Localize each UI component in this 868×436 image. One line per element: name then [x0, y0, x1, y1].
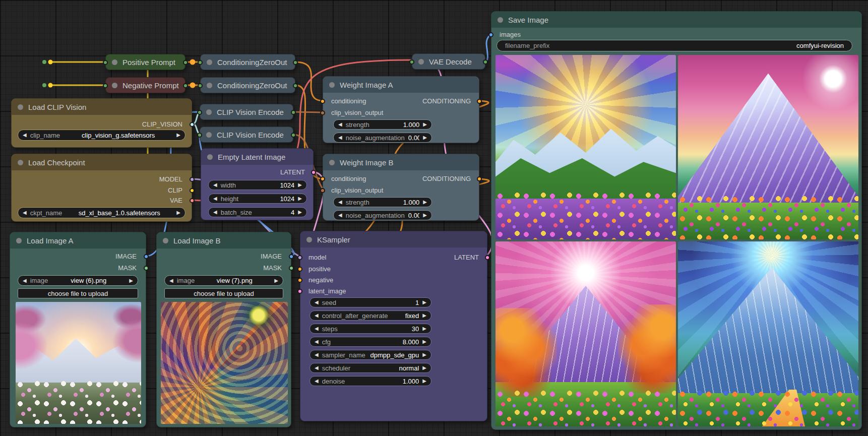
collapse-indicator-icon[interactable] — [207, 83, 212, 88]
decrement-arrow-icon[interactable]: ◀ — [338, 200, 342, 205]
strength-widget[interactable]: ◀ strength 1.000 ▶ — [333, 197, 432, 207]
decrement-arrow-icon[interactable]: ◀ — [315, 339, 319, 344]
generated-image-3[interactable] — [495, 241, 676, 426]
collapse-indicator-icon[interactable] — [112, 59, 117, 65]
output-slot-dot[interactable] — [483, 59, 488, 65]
load-image-b-preview[interactable] — [161, 302, 288, 424]
decrement-arrow-icon[interactable]: ◀ — [315, 379, 319, 384]
generated-image-4[interactable] — [678, 241, 858, 426]
width-widget[interactable]: ◀ width 1024 ▶ — [208, 180, 307, 190]
increment-arrow-icon[interactable]: ▶ — [423, 135, 427, 140]
height-widget[interactable]: ◀ height 1024 ▶ — [208, 194, 307, 204]
output-slot-dot[interactable] — [190, 177, 195, 182]
output-slot-dot[interactable] — [291, 110, 296, 115]
decrement-arrow-icon[interactable]: ◀ — [213, 210, 217, 215]
node-titlebar[interactable]: Save Image — [491, 12, 861, 28]
collapse-indicator-icon[interactable] — [206, 132, 212, 138]
node-load-image-a[interactable]: Load Image A IMAGE MASK ◀ image view (6)… — [10, 232, 146, 427]
output-slot-dot[interactable] — [477, 176, 482, 181]
node-vae-decode[interactable]: VAE Decode — [412, 53, 485, 70]
strength-widget[interactable]: ◀ strength 1.000 ▶ — [333, 119, 432, 130]
decrement-arrow-icon[interactable]: ◀ — [213, 196, 217, 201]
widget-value[interactable]: 30 — [341, 325, 419, 333]
widget-value[interactable]: clip_vision_g.safetensors — [64, 132, 173, 139]
widget-value[interactable]: sd_xl_base_1.0.safetensors — [66, 209, 173, 217]
widget-value[interactable]: comfyui-revision — [549, 42, 844, 49]
node-weight-image-a[interactable]: Weight Image A conditioning clip_vision_… — [323, 76, 479, 143]
batch-size-widget[interactable]: ◀ batch_size 4 ▶ — [208, 207, 307, 217]
collapse-indicator-icon[interactable] — [18, 104, 23, 110]
node-load-checkpoint[interactable]: Load Checkpoint MODEL CLIP VAE ◀ ckpt_na… — [11, 154, 192, 222]
collapse-indicator-icon[interactable] — [329, 160, 335, 165]
increment-arrow-icon[interactable]: ▶ — [422, 313, 426, 318]
node-titlebar[interactable]: KSampler — [300, 231, 487, 247]
collapse-indicator-icon[interactable] — [18, 160, 23, 165]
decrement-arrow-icon[interactable]: ◀ — [213, 182, 217, 188]
node-titlebar[interactable]: Load Image A — [10, 232, 146, 248]
collapse-indicator-icon[interactable] — [329, 82, 335, 88]
image-file-widget[interactable]: ◀ image view (7).png ▶ — [164, 275, 283, 286]
output-slot-dot[interactable] — [311, 170, 316, 175]
noise-augmentation-widget[interactable]: ◀ noise_augmentation 0.000 ▶ — [333, 210, 432, 220]
input-slot-dot[interactable] — [297, 278, 302, 283]
widget-value[interactable]: dpmpp_sde_gpu — [369, 351, 419, 359]
output-slot-dot[interactable] — [183, 60, 188, 65]
widget-value[interactable]: view (6).png — [51, 277, 126, 284]
input-slot-dot[interactable] — [320, 99, 325, 104]
increment-arrow-icon[interactable]: ▶ — [422, 352, 426, 357]
increment-arrow-icon[interactable]: ▶ — [422, 365, 426, 370]
choose-file-button[interactable]: choose file to upload — [18, 288, 138, 298]
collapse-indicator-icon[interactable] — [163, 238, 168, 243]
increment-arrow-icon[interactable]: ▶ — [423, 213, 427, 218]
widget-value[interactable]: normal — [354, 364, 419, 372]
node-load-image-b[interactable]: Load Image B IMAGE MASK ◀ image view (7)… — [156, 232, 291, 427]
node-titlebar[interactable]: Load CLIP Vision — [12, 99, 192, 115]
output-slot-dot[interactable] — [293, 83, 298, 88]
node-titlebar[interactable]: Weight Image A — [323, 77, 479, 93]
increment-arrow-icon[interactable]: ▶ — [422, 300, 426, 305]
clip-name-widget[interactable]: ◀ clip_name clip_vision_g.safetensors ▶ — [18, 130, 185, 141]
node-weight-image-b[interactable]: Weight Image B conditioning clip_vision_… — [323, 154, 479, 221]
increment-arrow-icon[interactable]: ▶ — [422, 339, 426, 344]
node-ksampler[interactable]: KSampler model positive negative latent_… — [300, 231, 487, 421]
input-slot-dot[interactable] — [103, 83, 108, 88]
input-slot-dot[interactable] — [297, 267, 302, 272]
node-clip-vision-encode-1[interactable]: CLIP Vision Encode — [200, 104, 293, 120]
collapse-indicator-icon[interactable] — [207, 59, 212, 65]
increment-arrow-icon[interactable]: ▶ — [423, 200, 427, 205]
decrement-arrow-icon[interactable]: ◀ — [315, 365, 319, 370]
output-slot-dot[interactable] — [190, 198, 195, 203]
widget-value[interactable]: 1 — [340, 299, 419, 306]
input-slot-dot[interactable] — [297, 255, 302, 260]
output-slot-dot[interactable] — [144, 266, 149, 271]
output-slot-dot[interactable] — [144, 254, 149, 259]
increment-arrow-icon[interactable]: ▶ — [176, 210, 180, 215]
input-slot-dot[interactable] — [320, 188, 325, 193]
increment-arrow-icon[interactable]: ▶ — [129, 278, 133, 283]
collapse-indicator-icon[interactable] — [498, 17, 503, 23]
collapse-indicator-icon[interactable] — [306, 237, 312, 242]
output-slot-dot[interactable] — [289, 254, 294, 259]
output-slot-dot[interactable] — [293, 60, 298, 65]
ckpt-name-widget[interactable]: ◀ ckpt_name sd_xl_base_1.0.safetensors ▶ — [18, 207, 185, 218]
widget-value[interactable]: fixed — [392, 312, 419, 320]
collapse-indicator-icon[interactable] — [206, 109, 212, 115]
input-slot-dot[interactable] — [198, 60, 203, 65]
output-slot-dot[interactable] — [485, 255, 490, 260]
input-slot-dot[interactable] — [103, 60, 108, 65]
widget-value[interactable]: 8.000 — [334, 338, 419, 346]
node-conditioning-zero-out-2[interactable]: ConditioningZeroOut — [200, 77, 295, 93]
widget-value[interactable]: 0.000 — [408, 212, 420, 219]
increment-arrow-icon[interactable]: ▶ — [422, 379, 426, 384]
widget-value[interactable]: 1.000 — [373, 199, 420, 206]
input-slot-dot[interactable] — [320, 176, 325, 181]
widget-value[interactable]: 0.000 — [408, 134, 420, 142]
node-empty-latent-image[interactable]: Empty Latent Image LATENT ◀ width 1024 ▶… — [201, 148, 314, 220]
decrement-arrow-icon[interactable]: ◀ — [315, 326, 319, 331]
node-save-image[interactable]: Save Image images filename_prefix comfyu… — [491, 11, 862, 430]
seed-widget[interactable]: ◀ seed 1 ▶ — [309, 297, 431, 307]
decrement-arrow-icon[interactable]: ◀ — [23, 278, 27, 283]
control-after-generate-widget[interactable]: ◀ control_after_generate fixed ▶ — [309, 310, 431, 321]
node-titlebar[interactable]: Load Checkpoint — [12, 154, 192, 170]
node-titlebar[interactable]: Weight Image B — [323, 154, 479, 170]
